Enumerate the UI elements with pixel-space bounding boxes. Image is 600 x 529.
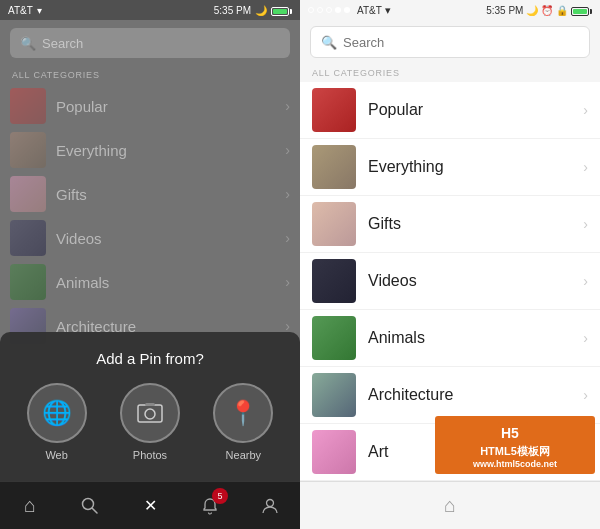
add-pin-popup: Add a Pin from? 🌐 Web Photos 📍 Nearby — [0, 332, 300, 481]
svg-point-3 — [83, 498, 94, 509]
thumb-videos — [10, 220, 46, 256]
list-item[interactable]: Videos › — [300, 253, 600, 310]
right-status-left: AT&T ▾ — [308, 4, 391, 17]
thumb-animals — [10, 264, 46, 300]
right-nav-home-button[interactable]: ⌂ — [430, 486, 470, 526]
left-item-popular: Popular — [56, 98, 275, 115]
thumb-popular — [312, 88, 356, 132]
svg-point-5 — [267, 499, 274, 506]
right-section-label: ALL CATEGORIES — [300, 64, 600, 82]
left-time: 5:35 PM — [214, 5, 251, 16]
list-item[interactable]: Animals › — [0, 260, 300, 304]
cat-label-gifts: Gifts — [368, 215, 571, 233]
thumb-architecture — [312, 373, 356, 417]
watermark-line2: www.html5code.net — [473, 459, 557, 469]
chevron-icon: › — [583, 102, 588, 118]
chevron-icon: › — [285, 230, 290, 246]
right-time: 5:35 PM — [486, 5, 523, 16]
right-bottom-nav: ⌂ — [300, 481, 600, 529]
signal-dot — [335, 7, 341, 13]
chevron-icon: › — [583, 273, 588, 289]
svg-point-1 — [145, 409, 155, 419]
list-item[interactable]: Everything › — [300, 139, 600, 196]
svg-line-4 — [93, 508, 98, 513]
list-item[interactable]: Gifts › — [300, 196, 600, 253]
svg-text:H5: H5 — [501, 425, 519, 441]
cat-label-popular: Popular — [368, 101, 571, 119]
photos-label: Photos — [133, 449, 167, 461]
signal-dot — [344, 7, 350, 13]
left-search-icon: 🔍 — [20, 36, 36, 51]
nav-home-button[interactable]: ⌂ — [10, 486, 50, 526]
left-status-bar: AT&T ▾ 5:35 PM 🌙 — [0, 0, 300, 20]
left-panel: AT&T ▾ 5:35 PM 🌙 🔍 Search ALL CATEGORIES… — [0, 0, 300, 529]
thumb-gifts — [312, 202, 356, 246]
notifications-badge: 5 — [212, 488, 228, 504]
left-bottom-nav: ⌂ ✕ 5 — [0, 481, 300, 529]
left-battery — [271, 5, 292, 16]
left-item-everything: Everything — [56, 142, 275, 159]
chevron-icon: › — [583, 216, 588, 232]
nav-notifications-button[interactable]: 5 — [190, 486, 230, 526]
chevron-icon: › — [285, 274, 290, 290]
left-carrier: AT&T — [8, 5, 33, 16]
signal-dot — [326, 7, 332, 13]
left-moon-icon: 🌙 — [255, 5, 267, 16]
chevron-icon: › — [285, 98, 290, 114]
left-item-gifts: Gifts — [56, 186, 275, 203]
list-item[interactable]: Videos › — [0, 216, 300, 260]
right-wifi-icon: ▾ — [385, 4, 391, 17]
list-item[interactable]: Popular › — [0, 84, 300, 128]
chevron-icon: › — [285, 142, 290, 158]
signal-dot — [308, 7, 314, 13]
watermark-line1: HTML5模板网 — [480, 444, 550, 459]
right-search-icon: 🔍 — [321, 35, 337, 50]
right-search-input[interactable] — [343, 35, 579, 50]
thumb-videos — [312, 259, 356, 303]
pin-option-nearby[interactable]: 📍 Nearby — [213, 383, 273, 461]
web-label: Web — [45, 449, 67, 461]
left-item-videos: Videos — [56, 230, 275, 247]
pin-option-web[interactable]: 🌐 Web — [27, 383, 87, 461]
left-section-label: ALL CATEGORIES — [0, 66, 300, 84]
photos-icon — [120, 383, 180, 443]
left-wifi-icon: ▾ — [37, 5, 42, 16]
cat-label-videos: Videos — [368, 272, 571, 290]
right-status-bar: AT&T ▾ 5:35 PM 🌙 ⏰ 🔒 — [300, 0, 600, 20]
thumb-everything — [312, 145, 356, 189]
nearby-icon: 📍 — [213, 383, 273, 443]
list-item[interactable]: Everything › — [0, 128, 300, 172]
cat-label-architecture: Architecture — [368, 386, 571, 404]
right-status-right: 5:35 PM 🌙 ⏰ 🔒 — [486, 5, 592, 16]
watermark-h5: H5 — [498, 422, 532, 444]
left-status-left: AT&T ▾ — [8, 5, 42, 16]
svg-rect-2 — [145, 403, 155, 406]
right-panel: AT&T ▾ 5:35 PM 🌙 ⏰ 🔒 🔍 ALL CATEGORIES Po… — [300, 0, 600, 529]
nav-search-button[interactable] — [70, 486, 110, 526]
thumb-everything — [10, 132, 46, 168]
cat-label-everything: Everything — [368, 158, 571, 176]
list-item[interactable]: Animals › — [300, 310, 600, 367]
list-item[interactable]: Popular › — [300, 82, 600, 139]
right-battery — [571, 5, 592, 16]
list-item[interactable]: Gifts › — [0, 172, 300, 216]
watermark: H5 HTML5模板网 www.html5code.net — [435, 416, 595, 474]
add-pin-title: Add a Pin from? — [10, 350, 290, 367]
left-search-bar[interactable]: 🔍 Search — [10, 28, 290, 58]
thumb-gifts — [10, 176, 46, 212]
right-search-bar[interactable]: 🔍 — [310, 26, 590, 58]
web-icon: 🌐 — [27, 383, 87, 443]
right-icons: 🌙 ⏰ 🔒 — [526, 5, 568, 16]
chevron-icon: › — [583, 387, 588, 403]
cat-label-animals: Animals — [368, 329, 571, 347]
nearby-label: Nearby — [226, 449, 261, 461]
right-carrier: AT&T — [357, 5, 382, 16]
nav-profile-button[interactable] — [250, 486, 290, 526]
thumb-popular — [10, 88, 46, 124]
nav-add-button[interactable]: ✕ — [130, 486, 170, 526]
chevron-icon: › — [583, 159, 588, 175]
chevron-icon: › — [285, 186, 290, 202]
thumb-art — [312, 430, 356, 474]
pin-option-photos[interactable]: Photos — [120, 383, 180, 461]
left-item-animals: Animals — [56, 274, 275, 291]
